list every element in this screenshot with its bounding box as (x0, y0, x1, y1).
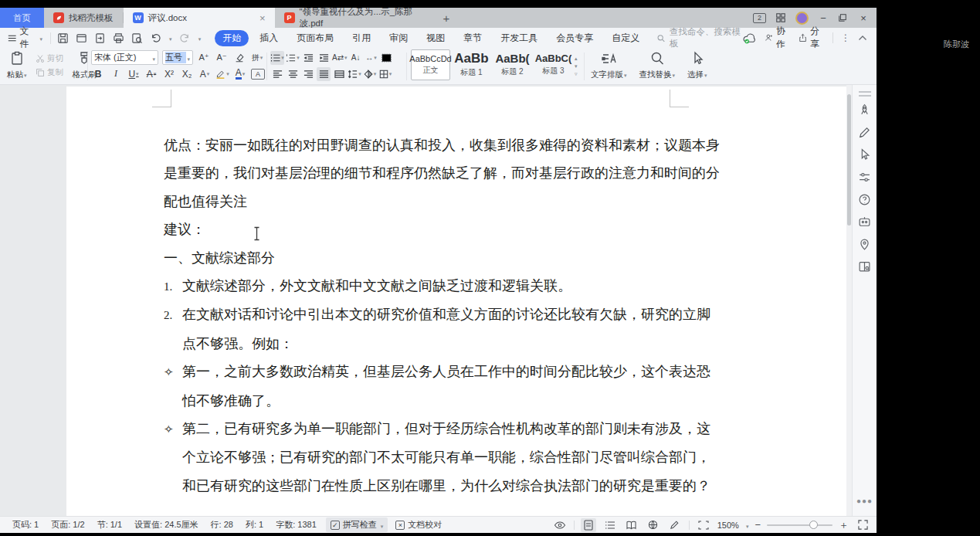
cloud-sync-icon[interactable] (742, 32, 757, 44)
menu-tab[interactable]: 章节 (456, 30, 490, 46)
menu-tab[interactable]: 页面布局 (289, 30, 341, 46)
tab-document-active[interactable]: W 评议.docx × (124, 8, 275, 28)
paste-button[interactable]: 粘贴 (5, 49, 29, 82)
menu-tab[interactable]: 引用 (344, 30, 378, 46)
more-tools-icon[interactable]: ●●● (856, 497, 873, 505)
menu-tab[interactable]: 开发工具 (493, 30, 545, 46)
align-left-icon[interactable] (270, 67, 284, 81)
tab-docer-template[interactable]: 找稻壳模板 (44, 8, 123, 28)
sort-icon[interactable]: A↓ (349, 51, 363, 65)
settings-sliders-icon[interactable] (856, 168, 874, 186)
style-card[interactable]: AaBb 标题 1 (452, 49, 491, 80)
zoom-out-icon[interactable]: − (754, 519, 761, 531)
more-icon[interactable]: ⋮ (841, 32, 850, 43)
doc-proof-button[interactable]: × 文档校对 (391, 517, 446, 532)
redo-icon[interactable] (179, 32, 191, 44)
collaborate-button[interactable]: 协作 (765, 25, 791, 51)
new-tab-button[interactable]: + (436, 8, 458, 28)
menu-tab[interactable]: 审阅 (381, 30, 415, 46)
justify-icon[interactable] (317, 67, 331, 81)
font-size-select[interactable]: 五号 (162, 50, 193, 65)
borders-icon[interactable] (378, 67, 392, 81)
fullscreen-icon[interactable] (855, 518, 870, 532)
command-search[interactable]: 查找命令、搜索模板 (656, 26, 742, 49)
page-view-icon[interactable] (581, 518, 596, 532)
minimize-icon[interactable]: − (818, 12, 829, 24)
read-view-icon[interactable] (624, 518, 639, 532)
close-window-icon[interactable]: × (858, 12, 869, 24)
shading-icon[interactable] (363, 67, 377, 81)
strikethrough-button[interactable]: A (144, 67, 158, 81)
highlight-pen-icon[interactable] (215, 67, 229, 81)
cjk-layout-icon[interactable]: ↔ (365, 51, 378, 65)
style-card[interactable]: AaBbCcDd 正文 (411, 49, 450, 80)
italic-button[interactable]: I (109, 67, 123, 81)
zoom-slider[interactable] (767, 524, 832, 526)
decrease-indent-icon[interactable] (301, 51, 315, 65)
character-border-icon[interactable]: A (251, 69, 265, 80)
distribute-icon[interactable] (332, 67, 346, 81)
text-layout-button[interactable]: 文字排版 (588, 49, 629, 82)
document-page[interactable]: 优点：安丽一如既往的对田野调查的认真和投入，收集到很多难得的资料和素材；议题本身… (66, 87, 846, 516)
file-menu-button[interactable]: 文件 (0, 25, 49, 51)
select-button[interactable]: 选择 (685, 49, 710, 82)
style-card[interactable]: AaBb( 标题 2 (493, 49, 532, 80)
print-icon[interactable] (113, 32, 124, 44)
bullet-list-icon[interactable] (270, 51, 284, 65)
numbered-list-icon[interactable] (286, 51, 300, 65)
ink-tool-icon[interactable] (667, 518, 683, 532)
scrollbar-thumb[interactable] (847, 94, 851, 226)
outline-view-icon[interactable] (602, 518, 618, 532)
undo-icon[interactable] (150, 32, 161, 44)
clear-format-icon[interactable] (232, 51, 246, 65)
align-right-icon[interactable] (301, 67, 315, 81)
zoom-dropdown-icon[interactable] (745, 521, 749, 530)
pen-tool-icon[interactable] (856, 123, 874, 141)
spell-check-button[interactable]: ✓ 拼写检查 (326, 517, 388, 532)
export-pdf-icon[interactable] (94, 32, 106, 44)
character-scale-icon[interactable]: A⇄ (332, 51, 348, 65)
bold-button[interactable]: B (91, 67, 105, 81)
print-preview-icon[interactable] (131, 32, 143, 44)
font-color-button[interactable]: A (233, 67, 247, 81)
web-view-icon[interactable] (646, 518, 661, 532)
save-icon[interactable] (57, 32, 69, 44)
increase-indent-icon[interactable] (317, 51, 331, 65)
tab-pdf[interactable]: P "领导重视什么及为...示_陈那波.pdf (275, 8, 436, 28)
menu-tab[interactable]: 自定义 (604, 30, 647, 46)
redo-dropdown-icon[interactable] (198, 32, 202, 43)
menu-tab[interactable]: 插入 (252, 30, 286, 46)
styles-expand-icon[interactable]: ▿ (575, 71, 578, 77)
find-replace-button[interactable]: 查找替换 (637, 49, 678, 82)
window-manage-icon[interactable]: 2 (753, 13, 766, 23)
decrease-font-icon[interactable]: A⁻ (215, 51, 229, 65)
collapse-ribbon-icon[interactable] (858, 35, 867, 41)
line-spacing-icon[interactable] (348, 67, 361, 81)
underline-button[interactable]: U (127, 67, 141, 81)
font-name-select[interactable]: 宋体 (正文) (91, 50, 158, 65)
cut-button[interactable]: 剪切 (36, 53, 63, 64)
eye-protect-icon[interactable] (552, 518, 568, 532)
increase-font-icon[interactable]: A⁺ (197, 51, 211, 65)
align-center-icon[interactable] (286, 67, 300, 81)
close-tab-icon[interactable]: × (259, 13, 266, 23)
rocket-icon[interactable] (856, 100, 874, 119)
zoom-level-value[interactable]: 150% (717, 521, 739, 530)
apps-grid-icon[interactable] (775, 12, 786, 23)
vertical-scrollbar[interactable] (846, 85, 852, 516)
save-as-icon[interactable] (76, 32, 87, 44)
share-button[interactable]: 分享 (799, 25, 825, 51)
user-avatar[interactable] (795, 12, 809, 25)
help-icon[interactable] (856, 190, 874, 209)
zoom-in-icon[interactable]: ＋ (839, 518, 849, 532)
select-tool-icon[interactable] (856, 145, 874, 164)
location-pin-icon[interactable] (856, 235, 874, 253)
phonetic-guide-icon[interactable]: 拼 (250, 51, 264, 65)
styles-up-icon[interactable]: ▴ (575, 56, 578, 62)
zoom-slider-knob[interactable] (809, 521, 818, 529)
assistant-icon[interactable] (856, 212, 874, 231)
menu-tab[interactable]: 会员专享 (548, 30, 601, 46)
paragraph-layout-icon[interactable] (380, 51, 394, 65)
reference-book-icon[interactable] (856, 257, 874, 276)
styles-down-icon[interactable]: ▾ (575, 63, 578, 70)
